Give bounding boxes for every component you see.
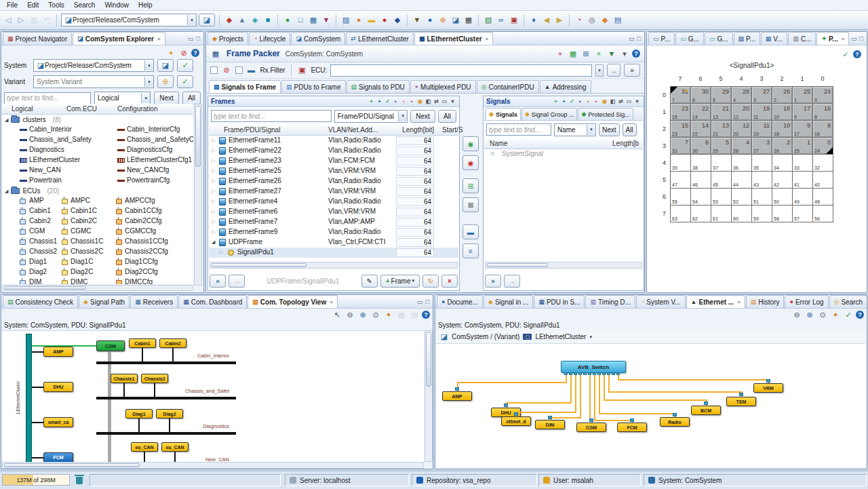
node-port[interactable]: [739, 393, 743, 396]
frames-all-button[interactable]: All: [438, 110, 456, 123]
find-scope-selector[interactable]: Logical ▾: [94, 92, 151, 104]
expand-button[interactable]: ≡: [462, 243, 479, 258]
bit-cell[interactable]: 226: [772, 87, 793, 104]
bus-diagnostics[interactable]: [96, 432, 236, 435]
new-model-icon[interactable]: ◆: [224, 15, 235, 26]
system-apply-button[interactable]: ✓: [177, 59, 193, 72]
mapping-icon[interactable]: ◈: [250, 15, 260, 26]
ecu-node-cabin1[interactable]: Cabin1: [129, 338, 156, 348]
link-icon[interactable]: ∞: [496, 15, 507, 26]
ethernet-tab-history[interactable]: ▤History: [746, 295, 785, 308]
map-signal-button[interactable]: ◉: [462, 136, 479, 151]
ethernet-tab-ethernet[interactable]: ▲Ethernet ...×: [686, 295, 745, 308]
ecu-node-cabin2[interactable]: Cabin2: [159, 338, 186, 348]
expander-icon[interactable]: ▷: [212, 148, 215, 153]
bit-cell[interactable]: 35: [752, 155, 772, 172]
frame-row-signalipdu1[interactable]: ▷SignalIPdu164: [209, 248, 458, 258]
signals-all-button[interactable]: All: [623, 123, 637, 136]
expander-icon[interactable]: ▷: [212, 189, 215, 194]
scrollbar-thumb[interactable]: [4, 463, 140, 467]
bit-cell[interactable]: 1911: [752, 121, 772, 138]
help-icon[interactable]: ?: [191, 49, 199, 57]
tree-row-chassis2[interactable]: Chassis2Chassis2CChassis2CCfg: [2, 247, 193, 257]
chevron-down-icon[interactable]: ▾: [595, 64, 604, 77]
bit-cell[interactable]: 2315: [671, 121, 691, 138]
ethernet-tab-system-v[interactable]: ◔System V...: [636, 295, 686, 308]
node-port[interactable]: [589, 418, 593, 422]
close-icon[interactable]: ×: [737, 299, 741, 305]
bit-cell[interactable]: 36: [732, 155, 752, 172]
settings-icon[interactable]: ⊕: [437, 15, 448, 26]
history-back-icon[interactable]: ◀: [541, 15, 552, 26]
zoom-out-icon[interactable]: ⊖: [344, 309, 355, 320]
variant-icon[interactable]: ▼: [412, 15, 422, 26]
tree-row-powertrain[interactable]: PowertrainPowertrainCfg: [2, 176, 193, 186]
ecu-expand-button[interactable]: »: [624, 64, 640, 77]
search-icon[interactable]: ◎: [587, 15, 597, 26]
subtab-addressing[interactable]: ▲Addressing: [540, 80, 591, 93]
ecu-node-tem[interactable]: TEM: [726, 397, 756, 406]
frame-row-ethernetframe27[interactable]: ▷EthernetFrame27Vlan,VRM:VRM64: [209, 187, 458, 197]
collapse-panel-icon[interactable]: ▭: [441, 98, 448, 105]
nav-forward-icon[interactable]: ▷: [16, 15, 26, 26]
ethernet-tab-timing-d[interactable]: ▥Timing D...: [585, 295, 635, 308]
bit-cell[interactable]: 57: [793, 206, 813, 222]
zoom-fit-icon[interactable]: ⊙: [370, 309, 381, 320]
expander-icon[interactable]: ▷: [212, 178, 215, 184]
node-port[interactable]: [630, 418, 634, 422]
delete-button[interactable]: ×: [441, 275, 458, 288]
bit-cell[interactable]: 62: [691, 206, 711, 222]
expander-icon[interactable]: ◢: [5, 189, 8, 194]
import-export-icon[interactable]: ▨: [340, 15, 351, 26]
column-header[interactable]: Frame/PDU/Signal: [224, 126, 280, 134]
minimize-icon[interactable]: ▭: [417, 298, 423, 305]
ethernet-cluster-bus[interactable]: [26, 334, 32, 462]
editor-tab-lifecycle[interactable]: ◔Lifecycle: [249, 32, 290, 45]
column-header[interactable]: VLAN/Net.Add...: [328, 126, 378, 134]
project-icon[interactable]: ◪: [450, 15, 461, 26]
apply-filter-icon[interactable]: ✓: [568, 98, 576, 105]
column-header[interactable]: Com.ECU: [66, 105, 97, 113]
subtab-containeripdu[interactable]: ◎ContainerIPDU: [477, 80, 539, 93]
layout-tab-p[interactable]: ✦P...×: [816, 32, 849, 45]
horizontal-scrollbar[interactable]: [210, 262, 458, 269]
unmap-signal-button[interactable]: ◉: [462, 155, 479, 170]
signal-row-systemsignal[interactable]: ≈SystemSignal: [484, 149, 643, 159]
bit-cell[interactable]: 1119: [752, 104, 772, 121]
status-icon[interactable]: ●: [282, 15, 293, 26]
person-icon[interactable]: ●: [353, 15, 364, 26]
menu-file[interactable]: File: [3, 1, 22, 9]
signals-find-input[interactable]: [486, 123, 551, 136]
frame-row-ethernetframe25[interactable]: ▷EthernetFrame25Vlan,VRM:VRM64: [209, 166, 458, 176]
vertical-scrollbar[interactable]: [194, 104, 202, 286]
variant-browse-button[interactable]: ⊕: [157, 75, 174, 88]
select-icon[interactable]: ↖: [332, 309, 342, 320]
ecu-node-ethnet-d[interactable]: ethnet_d: [501, 416, 531, 426]
zoom-out-icon[interactable]: ⊖: [791, 309, 802, 320]
bit-cell[interactable]: 38: [691, 155, 711, 172]
bit-cell[interactable]: 60: [732, 206, 752, 222]
ecu-node-dim[interactable]: DIM: [535, 420, 565, 429]
split-view-icon[interactable]: ◧: [425, 98, 432, 105]
maximize-icon[interactable]: □: [426, 298, 429, 305]
zoom-in-icon[interactable]: ⊕: [804, 309, 815, 320]
column-header[interactable]: Start/S: [442, 126, 463, 134]
frames-scope-selector[interactable]: Frame/PDU/Signal ▾: [334, 110, 408, 123]
ecu-node-fcm[interactable]: FCM: [617, 423, 647, 432]
bit-cell[interactable]: 45: [711, 172, 732, 189]
add-level-icon[interactable]: +: [368, 98, 375, 105]
history-forward-icon[interactable]: ▶: [554, 15, 565, 26]
table-editor-icon[interactable]: ▤: [612, 15, 623, 26]
editor-tab-lethernetcluster[interactable]: ⇄LEthernetCluster: [346, 32, 414, 45]
layout-tab-g[interactable]: ▭G...: [675, 32, 704, 45]
frame-row-udpframe[interactable]: ◢UDPFrameVlan_Ctrl,FCM:CTI64: [209, 237, 458, 248]
menu-tools[interactable]: Tools: [44, 1, 68, 9]
collapse-panel-icon[interactable]: ▭: [625, 98, 633, 105]
marker-orange-icon[interactable]: ▪: [585, 98, 592, 105]
scrollbar-thumb[interactable]: [487, 263, 548, 267]
system-selector[interactable]: ◪ Project/Release/ComSystem ▾: [33, 59, 154, 72]
expander-icon[interactable]: ◢: [5, 117, 8, 123]
column-header[interactable]: Configuration: [117, 105, 157, 113]
bit-cell[interactable]: 125: [793, 87, 813, 104]
node-port[interactable]: [673, 413, 677, 416]
